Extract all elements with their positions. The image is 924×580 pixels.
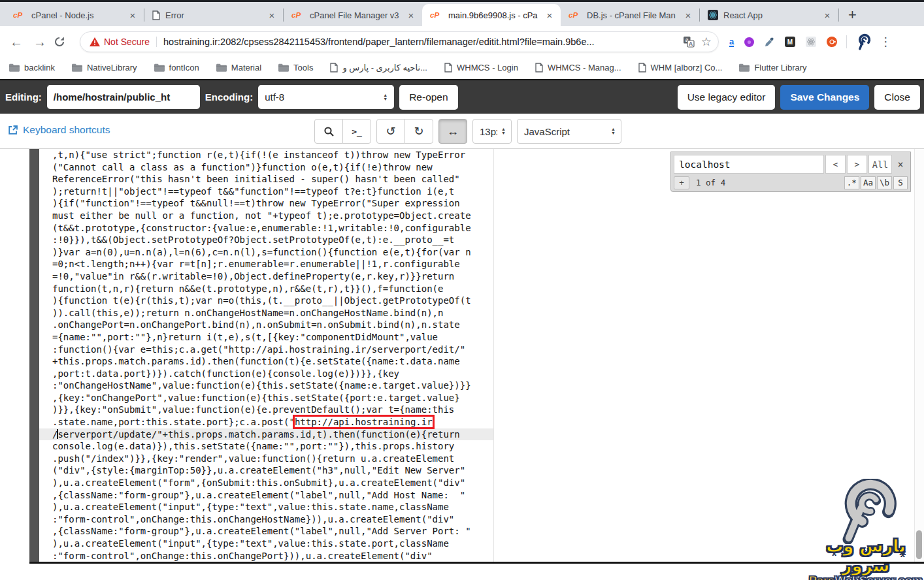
code-line[interactable]: ={name:"",port:""},n}return i(t,e),s(t,[… <box>39 331 493 344</box>
forward-icon[interactable]: → <box>31 35 48 50</box>
bookmark-item[interactable]: WHM [alborz] Co... <box>638 63 723 72</box>
address-bar[interactable]: Not Secure hostraining.ir:2082/cpsess284… <box>80 31 719 52</box>
save-changes-button[interactable]: Save Changes <box>780 85 869 110</box>
bookmark-item[interactable]: Material <box>216 63 261 72</box>
code-line[interactable]: :"form-control",onChange:this.onChangePo… <box>39 550 493 562</box>
browser-tab[interactable]: Error× <box>144 4 283 26</box>
reopen-button[interactable]: Re-open <box>399 85 457 110</box>
code-line[interactable]: ("div",{style:{marginTop:50}},u.a.create… <box>39 464 493 477</box>
code-content[interactable]: ,t,n){"use strict";function r(e,t){if(!(… <box>39 149 493 562</box>
code-line[interactable]: );return!t||"object"!==typeof t&&"functi… <box>39 185 493 198</box>
code-line[interactable]: /serverport/update/"+this.props.match.pa… <box>39 428 493 441</box>
translate-icon[interactable]: aA <box>683 36 695 48</box>
search-close-icon[interactable]: × <box>893 155 908 174</box>
undo-button[interactable]: ↺ <box>376 119 405 144</box>
code-line[interactable]: ){if("function"!==typeof t&&null!==t)thr… <box>39 197 493 210</box>
bookmark-item[interactable]: ناحیه کاربری - پارس و... <box>330 63 427 72</box>
ubuntu-extension-icon[interactable] <box>827 37 837 47</box>
bookmark-item[interactable]: backlink <box>9 63 55 72</box>
code-line[interactable]: ReferenceError("this hasn't been initial… <box>39 173 493 185</box>
tab-close-icon[interactable]: × <box>405 10 417 21</box>
code-line[interactable]: must either be null or a function, not "… <box>39 210 493 222</box>
browser-tab[interactable]: React App× <box>700 4 838 26</box>
search-toggle-button[interactable]: S <box>893 176 908 189</box>
security-chip[interactable]: Not Secure <box>104 37 150 47</box>
browser-tab[interactable]: cPcPanel - Node.js× <box>5 4 144 26</box>
keyboard-shortcuts-link[interactable]: Keyboard shortcuts <box>8 124 110 136</box>
purple-extension-icon[interactable] <box>744 37 754 47</box>
url-text[interactable]: hostraining.ir:2082/cpsess2842115453/fro… <box>163 37 683 47</box>
bookmark-item[interactable]: Flutter Library <box>739 63 806 72</box>
code-line[interactable]: :"onChangeHostName",value:function(e){th… <box>39 379 493 392</box>
tab-close-icon[interactable]: × <box>682 10 694 21</box>
code-editor[interactable]: ,t,n){"use strict";function r(e,t){if(!(… <box>0 149 924 562</box>
search-input[interactable]: localhost <box>674 155 824 174</box>
code-line[interactable]: ),u.a.createElement("input",{type:"text"… <box>39 501 493 513</box>
find-prev-button[interactable]: < <box>825 155 846 174</box>
code-line[interactable]: :function(){var e=this;c.a.get("http://a… <box>39 344 493 356</box>
browser-tab[interactable]: cPcPanel File Manager v3× <box>284 4 422 26</box>
bookmark-star-icon[interactable]: ☆ <box>701 35 712 49</box>
back-icon[interactable]: ← <box>8 35 25 50</box>
bookmark-item[interactable]: Tools <box>278 63 313 72</box>
bookmark-item[interactable]: NativeLibrary <box>72 63 137 72</box>
code-line[interactable]: )}var a=n(0),u=n.n(a),l=n(6),c=n.n(l),s=… <box>39 246 493 259</box>
code-line[interactable]: +this.props.match.params.id).then(functi… <box>39 355 493 368</box>
code-line[interactable]: .state.name,port:this.state.port};c.a.po… <box>39 416 493 428</box>
tab-close-icon[interactable]: × <box>544 10 555 21</box>
search-toggle-button[interactable]: \b <box>877 176 892 189</box>
code-line[interactable]: :!0}}),t&&(Object.setPrototypeOf?Object.… <box>39 234 493 246</box>
code-line[interactable]: ,{className:"form-group"},u.a.createElem… <box>39 525 493 538</box>
code-line[interactable]: .onChangePort=n.onChangePort.bind(n),n.o… <box>39 319 493 331</box>
code-line[interactable]: :"form-control",onChange:this.onChangeHo… <box>39 513 493 526</box>
code-line[interactable]: =0;n<t.length;n++){var r=t[n];r.enumerab… <box>39 258 493 270</box>
close-button[interactable]: Close <box>874 85 920 110</box>
bookmark-item[interactable]: WHMCS - Login <box>444 63 518 72</box>
alexa-extension-icon[interactable]: a <box>729 37 734 47</box>
code-line[interactable]: ),u.a.createElement("form",{onSubmit:thi… <box>39 477 493 489</box>
reload-icon[interactable] <box>54 36 71 48</box>
search-button[interactable] <box>314 119 343 144</box>
code-line[interactable]: ,t,n){"use strict";function r(e,t){if(!(… <box>39 149 493 161</box>
search-toggle-button[interactable]: .* <box>844 176 859 189</box>
find-all-button[interactable]: All <box>868 155 892 174</box>
react-devtools-extension-icon[interactable] <box>806 37 816 47</box>
font-size-select[interactable]: 13px ▲▼ <box>472 119 512 144</box>
browser-tab[interactable]: cPDB.js - cPanel File Man× <box>561 4 699 26</box>
tab-close-icon[interactable]: × <box>266 10 278 21</box>
new-tab-button[interactable]: + <box>848 8 857 22</box>
m-extension-icon[interactable]: M <box>785 37 795 47</box>
bookmark-item[interactable]: WHMCS - Manag... <box>535 63 621 72</box>
code-line[interactable]: ),u.a.createElement("input",{type:"text"… <box>39 538 493 550</box>
code-line[interactable]: (t&&t.prototype,{constructor:{value:e,en… <box>39 222 493 234</box>
code-line[interactable]: function(t,n,r){return n&&e(t.prototype,… <box>39 283 493 295</box>
profile-avatar[interactable] <box>855 33 872 50</box>
browser-tab[interactable]: cPmain.9b6e9908.js - cPa× <box>422 4 561 26</box>
redo-button[interactable]: ↻ <box>404 119 433 144</box>
command-line-button[interactable]: >_ <box>342 119 371 144</box>
code-line[interactable]: ("Cannot call a class as a function")}fu… <box>39 161 493 174</box>
legacy-editor-button[interactable]: Use legacy editor <box>678 85 776 110</box>
word-wrap-button[interactable]: ↔ <box>438 119 467 144</box>
search-toggle-button[interactable]: Aa <box>861 176 876 189</box>
code-line[interactable]: ,{key:"onChangePort",value:function(e){t… <box>39 392 493 404</box>
code-line[interactable]: ,{className:"form-group"},u.a.createElem… <box>39 489 493 502</box>
color-picker-extension-icon[interactable] <box>765 37 774 47</box>
code-line[interactable]: =!0,"value"in r&&(r.writable=!0),Object.… <box>39 270 493 283</box>
tab-close-icon[interactable]: × <box>127 10 139 21</box>
file-path-input[interactable]: /home/hostrain/public_ht <box>47 85 200 109</box>
encoding-select[interactable]: utf-8 ▲▼ <box>258 85 394 109</box>
code-line[interactable]: )}},{key:"onSubmit",value:function(e){e.… <box>39 404 493 416</box>
code-line[interactable]: )).call(this,e));return n.onChangeHostNa… <box>39 307 493 319</box>
code-line[interactable]: .push("/index")}},{key:"render",value:fu… <box>39 453 493 465</box>
code-line[interactable]: ,port:t.data.port})}).catch(function(e){… <box>39 368 493 380</box>
toggle-replace-button[interactable]: + <box>674 176 689 189</box>
find-next-button[interactable]: > <box>847 155 867 174</box>
language-select[interactable]: JavaScript ▲▼ <box>517 119 621 144</box>
code-line[interactable]: console.log(e.data)}),this.setState({nam… <box>39 440 493 453</box>
code-line[interactable]: ){function t(e){r(this,t);var n=o(this,(… <box>39 295 493 307</box>
tab-close-icon[interactable]: × <box>821 10 833 21</box>
bookmark-item[interactable]: fontIcon <box>154 63 199 72</box>
cpanel-icon: cP <box>569 10 582 20</box>
browser-menu-icon[interactable]: ⋮ <box>880 35 891 49</box>
